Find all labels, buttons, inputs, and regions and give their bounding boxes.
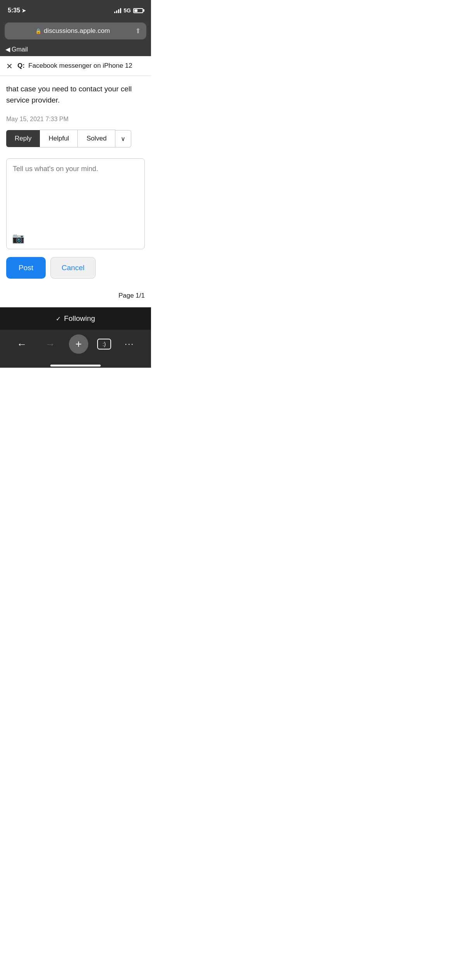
share-icon[interactable]: ⬆ xyxy=(135,27,141,35)
bottom-nav: ← → + :) ··· xyxy=(0,330,151,365)
close-button[interactable]: ✕ xyxy=(6,62,13,70)
solved-button[interactable]: Solved xyxy=(78,130,115,147)
camera-icon[interactable]: 📷 xyxy=(12,232,24,244)
action-buttons: Reply Helpful Solved ∨ xyxy=(0,130,151,158)
plus-icon: + xyxy=(76,338,82,350)
reply-textarea[interactable] xyxy=(7,159,144,228)
home-indicator xyxy=(0,365,151,368)
more-icon: ··· xyxy=(125,339,134,349)
lock-icon: 🔒 xyxy=(35,28,41,34)
tabs-button[interactable]: :) xyxy=(97,339,111,350)
check-icon: ✓ xyxy=(56,315,61,322)
signal-bars xyxy=(114,8,121,13)
question-prefix: Q: xyxy=(17,62,25,69)
forward-arrow-nav-icon: → xyxy=(45,338,55,350)
battery-fill xyxy=(134,9,137,12)
page-indicator: Page 1/1 xyxy=(0,288,151,307)
forward-nav-button[interactable]: → xyxy=(41,335,60,353)
back-label: Gmail xyxy=(12,46,28,53)
post-cancel-row: Post Cancel xyxy=(0,257,151,288)
question-label: Q: Facebook messenger on iPhone 12 xyxy=(17,62,132,70)
helpful-button[interactable]: Helpful xyxy=(40,130,78,147)
url-bar[interactable]: 🔒 discussions.apple.com ⬆ xyxy=(5,22,146,39)
following-label: Following xyxy=(64,314,95,323)
question-header: ✕ Q: Facebook messenger on iPhone 12 xyxy=(0,56,151,76)
reply-toolbar: 📷 xyxy=(7,228,144,249)
post-timestamp: May 15, 2021 7:33 PM xyxy=(0,110,151,130)
home-bar xyxy=(50,365,101,367)
content-area: ✕ Q: Facebook messenger on iPhone 12 tha… xyxy=(0,56,151,307)
more-button[interactable]: ··· xyxy=(120,336,139,352)
time-label: 5:35 xyxy=(8,7,20,14)
post-button[interactable]: Post xyxy=(6,257,46,279)
url-bar-container: 🔒 discussions.apple.com ⬆ xyxy=(0,19,151,44)
following-bar[interactable]: ✓ Following xyxy=(0,307,151,330)
battery-icon xyxy=(133,8,143,13)
url-content: 🔒 discussions.apple.com xyxy=(10,27,135,35)
question-title: Facebook messenger on iPhone 12 xyxy=(28,62,132,69)
dropdown-button[interactable]: ∨ xyxy=(115,130,131,147)
network-label: 5G xyxy=(124,7,131,14)
back-nav-button[interactable]: ← xyxy=(12,335,32,353)
reply-area: 📷 xyxy=(6,158,145,249)
back-arrow-icon: ◀ xyxy=(5,46,10,53)
reply-button[interactable]: Reply xyxy=(6,130,40,147)
location-icon: ➤ xyxy=(22,8,26,14)
status-left: 5:35 ➤ xyxy=(8,7,26,14)
new-tab-button[interactable]: + xyxy=(69,334,88,354)
back-nav[interactable]: ◀ Gmail xyxy=(0,44,151,56)
cancel-button[interactable]: Cancel xyxy=(50,257,96,279)
url-text: discussions.apple.com xyxy=(44,27,110,35)
status-right: 5G xyxy=(114,7,143,14)
back-arrow-nav-icon: ← xyxy=(17,338,27,350)
tabs-icon: :) xyxy=(103,341,106,347)
status-bar: 5:35 ➤ 5G xyxy=(0,0,151,19)
post-text: that case you need to contact your cell … xyxy=(0,76,151,110)
